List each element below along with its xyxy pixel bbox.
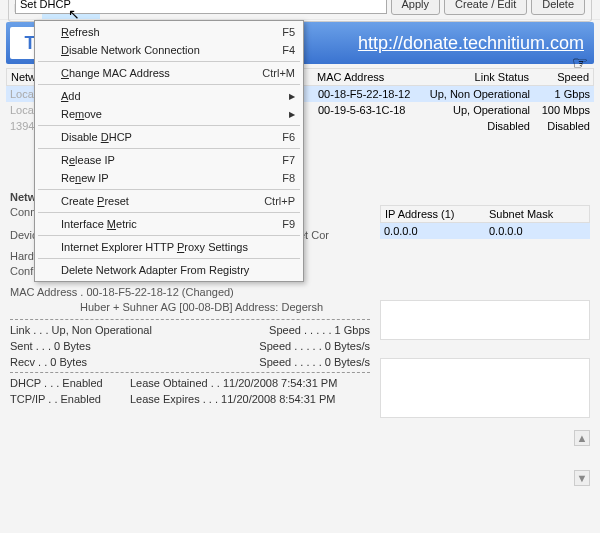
- dns-list[interactable]: [380, 358, 590, 418]
- dhcp-right: Lease Obtained . . 11/20/2008 7:54:31 PM: [130, 377, 370, 389]
- detail-line: MAC Address . 00-18-F5-22-18-12 (Changed…: [10, 285, 370, 300]
- ip-row[interactable]: 0.0.0.0 0.0.0.0: [380, 223, 590, 239]
- menu-item-change-mac-address[interactable]: Change MAC AddressCtrl+M: [37, 64, 301, 82]
- menu-item-delete-network-adapter-from-registry[interactable]: Delete Network Adapter From Registry: [37, 261, 301, 279]
- menu-item-release-ip[interactable]: Release IPF7: [37, 151, 301, 169]
- scroll-down-button[interactable]: ▼: [574, 470, 590, 486]
- menu-item-label: Add: [61, 90, 295, 102]
- menu-item-label: Delete Network Adapter From Registry: [61, 264, 295, 276]
- menu-shortcut: F7: [282, 154, 295, 166]
- separator: [10, 319, 370, 320]
- dhcp-row: DHCP . . . EnabledLease Obtained . . 11/…: [10, 377, 370, 389]
- col-link-status[interactable]: Link Status: [423, 69, 533, 85]
- menu-separator: [38, 125, 300, 126]
- mask-cell: 0.0.0.0: [485, 223, 590, 239]
- scroll-up-button[interactable]: ▲: [574, 430, 590, 446]
- menu-item-label: Refresh: [61, 26, 272, 38]
- cell-speed: 100 Mbps: [534, 102, 594, 118]
- menu-separator: [38, 189, 300, 190]
- cell-link: Up, Operational: [424, 102, 534, 118]
- delete-button[interactable]: Delete: [531, 0, 585, 15]
- stat-row: Sent . . . 0 BytesSpeed . . . . . 0 Byte…: [10, 340, 370, 352]
- menu-separator: [38, 84, 300, 85]
- cell-mac: 00-19-5-63-1C-18: [314, 102, 424, 118]
- menu-item-label: Disable DHCP: [61, 131, 272, 143]
- col-mac-address[interactable]: MAC Address: [313, 69, 423, 85]
- col-speed[interactable]: Speed: [533, 69, 593, 85]
- col-subnet-mask[interactable]: Subnet Mask: [485, 206, 589, 222]
- stat-right: Speed . . . . . 1 Gbps: [269, 324, 370, 336]
- ip-address-pane: IP Address (1) Subnet Mask 0.0.0.0 0.0.0…: [380, 205, 590, 239]
- menu-item-internet-explorer-http-proxy-settings[interactable]: Internet Explorer HTTP Proxy Settings: [37, 238, 301, 256]
- stat-row: Recv . . 0 BytesSpeed . . . . . 0 Bytes/…: [10, 356, 370, 368]
- menu-separator: [38, 212, 300, 213]
- dhcp-row: TCP/IP . . EnabledLease Expires . . . 11…: [10, 393, 370, 405]
- menu-item-label: Change MAC Address: [61, 67, 252, 79]
- configuration-presets-group: Configuration Presets Set DHCP Apply Cre…: [8, 0, 592, 22]
- gateway-list[interactable]: [380, 300, 590, 340]
- menu-item-label: Renew IP: [61, 172, 272, 184]
- menu-item-interface-metric[interactable]: Interface MetricF9: [37, 215, 301, 233]
- menu-item-label: Disable Network Connection: [61, 44, 272, 56]
- menu-separator: [38, 235, 300, 236]
- menu-item-renew-ip[interactable]: Renew IPF8: [37, 169, 301, 187]
- menu-shortcut: Ctrl+P: [264, 195, 295, 207]
- cell-mac: [314, 118, 424, 134]
- submenu-arrow-icon: ▶: [289, 92, 295, 101]
- ip-cell: 0.0.0.0: [380, 223, 485, 239]
- menu-item-label: Create Preset: [61, 195, 254, 207]
- cell-link: Up, Non Operational: [424, 86, 534, 102]
- dhcp-right: Lease Expires . . . 11/20/2008 8:54:31 P…: [130, 393, 370, 405]
- menu-shortcut: F4: [282, 44, 295, 56]
- stat-left: Link . . . Up, Non Operational: [10, 324, 152, 336]
- menu-shortcut: F6: [282, 131, 295, 143]
- menu-item-create-preset[interactable]: Create PresetCtrl+P: [37, 192, 301, 210]
- cell-link: Disabled: [424, 118, 534, 134]
- menu-separator: [38, 148, 300, 149]
- separator: [10, 372, 370, 373]
- stat-left: Sent . . . 0 Bytes: [10, 340, 91, 352]
- menu-item-remove[interactable]: Remove▶: [37, 105, 301, 123]
- menu-item-label: Internet Explorer HTTP Proxy Settings: [61, 241, 295, 253]
- apply-button[interactable]: Apply: [391, 0, 441, 15]
- banner-url[interactable]: http://donate.technitium.com: [358, 33, 584, 54]
- submenu-arrow-icon: ▶: [289, 110, 295, 119]
- preset-combobox[interactable]: Set DHCP: [15, 0, 387, 14]
- cell-speed: Disabled: [534, 118, 594, 134]
- menu-item-label: Remove: [61, 108, 295, 120]
- menu-item-refresh[interactable]: RefreshF5: [37, 23, 301, 41]
- menu-item-disable-network-connection[interactable]: Disable Network ConnectionF4: [37, 41, 301, 59]
- menu-shortcut: Ctrl+M: [262, 67, 295, 79]
- create-edit-button[interactable]: Create / Edit: [444, 0, 527, 15]
- menu-shortcut: F9: [282, 218, 295, 230]
- vendor-line: Huber + Suhner AG [00-08-DB] Address: De…: [10, 300, 370, 315]
- ip-header: IP Address (1) Subnet Mask: [380, 205, 590, 223]
- menu-item-label: Release IP: [61, 154, 272, 166]
- stat-row: Link . . . Up, Non OperationalSpeed . . …: [10, 324, 370, 336]
- stat-left: Recv . . 0 Bytes: [10, 356, 87, 368]
- menu-shortcut: F8: [282, 172, 295, 184]
- stat-right: Speed . . . . . 0 Bytes/s: [259, 356, 370, 368]
- stat-right: Speed . . . . . 0 Bytes/s: [259, 340, 370, 352]
- cell-mac: 00-18-F5-22-18-12: [314, 86, 424, 102]
- dhcp-left: DHCP . . . Enabled: [10, 377, 110, 389]
- menu-item-add[interactable]: Add▶: [37, 87, 301, 105]
- col-ip-address[interactable]: IP Address (1): [381, 206, 485, 222]
- options-menu: RefreshF5Disable Network ConnectionF4Cha…: [34, 20, 304, 282]
- cell-speed: 1 Gbps: [534, 86, 594, 102]
- menu-separator: [38, 61, 300, 62]
- dhcp-left: TCP/IP . . Enabled: [10, 393, 110, 405]
- menu-item-disable-dhcp[interactable]: Disable DHCPF6: [37, 128, 301, 146]
- menu-separator: [38, 258, 300, 259]
- menu-shortcut: F5: [282, 26, 295, 38]
- menu-item-label: Interface Metric: [61, 218, 272, 230]
